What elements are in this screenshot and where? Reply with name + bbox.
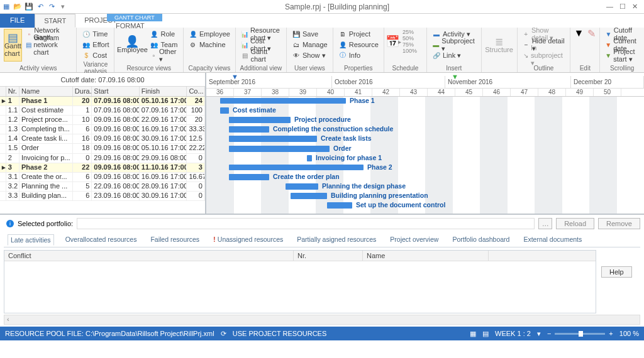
subtab[interactable]: ! Unassigned resources [211,234,286,246]
subtab[interactable]: Overallocated resources [63,234,140,246]
activity-icon: ▬ [432,30,441,38]
cap-machine-button[interactable]: ⚙Machine [187,40,231,50]
gantt-bar-label: Invoicing for phase 1 [316,154,382,161]
open-icon[interactable]: 📂 [13,2,23,12]
save-icon[interactable]: 💾 [24,2,34,12]
remove-button[interactable]: Remove [598,218,640,229]
table-row[interactable]: 1.1Cost estimate107.09.16 08:0007.09.16 … [0,106,205,116]
redo-icon[interactable]: ↷ [47,2,57,12]
reload-button[interactable]: Reload [556,218,594,229]
table-row[interactable]: 3.3Building plan...623.09.16 08:0030.09.… [0,192,205,201]
emp-icon: 👤 [189,30,197,38]
portfolio-label: Selected portfolio: [18,220,73,227]
resource-button[interactable]: 👤Resource [337,40,380,50]
show-detail-button[interactable]: +Show detail ▾ [521,29,567,39]
gantt-bar[interactable] [291,193,327,199]
gantt-bar-label: Completing the construction schedule [273,125,393,133]
view-icon-1[interactable]: ▦ [470,330,476,338]
in-subproject-button[interactable]: ↘In subproject ▾ [521,50,567,60]
save-view-button[interactable]: 💾Save [291,29,329,39]
window-title: Sample.rpj - [Building planning] [68,3,606,11]
link-button[interactable]: 🔗Link ▾ [431,50,477,60]
gantt-body[interactable]: Phase 1Cost estimateProject procedureCom… [206,97,644,214]
zoom-slider[interactable]: −+ [547,330,613,337]
lower-scrollbar[interactable]: ‹ [4,315,640,325]
subtab[interactable]: Failed resources [148,234,202,246]
table-row[interactable]: 1.3Completing th...609.09.16 08:0016.09.… [0,125,205,134]
gantt-bar[interactable] [327,202,352,209]
group-schedule: 📅 ▸ 25% 50% 75% 100% Schedule [384,28,427,72]
subtab[interactable]: Late activities [8,234,54,246]
table-body: ▸1Phase 12007.09.16 08:0005.10.16 17:002… [0,97,205,214]
employee-big-button[interactable]: 👤 Employee [118,29,146,62]
undo-icon[interactable]: ↶ [35,2,45,12]
close-button[interactable]: ✕ [632,3,638,11]
subtab[interactable]: External documents [521,234,584,246]
help-button[interactable]: Help [601,266,632,278]
project-start-button[interactable]: ▼Project start ▾ [604,50,640,60]
table-row[interactable]: 3.1Create the or...609.09.16 08:0016.09.… [0,173,205,182]
gantt-bar[interactable] [220,107,229,114]
proj-icon: 🗎 [338,30,347,38]
gantt-bar[interactable] [229,165,364,170]
portfolio-browse-button[interactable]: … [538,218,552,229]
gantt-bar[interactable] [229,117,291,123]
status-bar: RESOURCE POOL FILE: C:\ProgramData\Rills… [0,327,644,340]
group-insert: ▬Activity ▾ ▬Subproject ▾ 🔗Link ▾ Insert [427,28,482,72]
gantt-network-button[interactable]: ▤Gantt-network chart [25,40,72,50]
filter-icon[interactable]: ▼ [574,29,583,38]
other-button[interactable]: ▫Other ▾ [148,50,179,60]
main-split: Cutoff date: 07.09.16 08:00 Nr. Name Dur… [0,73,644,214]
gantt-chart-button[interactable]: ▤ Gantt chart [4,29,22,62]
manage-button[interactable]: 🗂Manage [291,40,329,50]
structure-button[interactable]: ≣ Structure [486,29,513,62]
portfolio-input[interactable] [77,218,535,229]
minimize-button[interactable]: — [606,3,613,11]
gantt-bar[interactable] [307,155,312,161]
tab-format[interactable]: FORMAT [107,21,153,32]
gantt-bar[interactable] [229,146,330,152]
status-week: WEEK 1 : 2 [495,330,531,337]
subtab[interactable]: Project overview [387,234,441,246]
table-row[interactable]: 1.2Project proce...1009.09.16 08:0022.09… [0,116,205,125]
gantt-bar[interactable] [220,98,346,104]
subproject-button[interactable]: ▬Subproject ▾ [431,40,477,50]
show-button[interactable]: 👁Show ▾ [291,50,329,60]
info-button[interactable]: ⓘInfo [337,50,380,60]
view-icon-2[interactable]: ▤ [482,330,489,338]
table-row[interactable]: ▸3Phase 22209.09.16 08:0011.10.16 17:003 [0,163,205,173]
tab-start[interactable]: START [35,14,75,28]
role-button[interactable]: 👤Role [148,29,179,39]
cost-button[interactable]: $Cost [80,50,110,60]
table-row[interactable]: 1.4Create task li...1609.09.16 08:0030.0… [0,134,205,144]
maximize-button[interactable]: ☐ [619,3,626,11]
table-row[interactable]: 3.2Planning the ...522.09.16 08:0028.09.… [0,182,205,192]
timeline: ▼ ▼ September 2016October 2016November 2… [206,73,644,97]
collapse-icon[interactable]: ▾ [537,330,541,338]
gantt-bar[interactable] [286,183,318,190]
gantt-bar[interactable] [229,126,269,133]
subtab[interactable]: Portfolio dashboard [450,234,512,246]
tab-file[interactable]: FILE [0,14,35,28]
table-row[interactable]: 2Invoicing for p...029.09.16 08:0029.09.… [0,154,205,163]
time-button[interactable]: 🕓Time [80,29,110,39]
ganttchart-button[interactable]: ▤Gantt chart [240,50,282,60]
qat-dropdown-icon[interactable]: ▾ [58,2,68,12]
cap-employee-button[interactable]: 👤Employee [187,29,231,39]
info-badge-icon: i [6,220,14,227]
title-bar: ▦ 📂 💾 ↶ ↷ ▾ Sample.rpj - [Building plann… [0,0,644,14]
gantt-bar-label: Phase 1 [350,97,375,104]
gantt-bar[interactable] [229,136,317,142]
refresh-icon[interactable]: ⟳ [221,330,226,338]
effort-button[interactable]: 👥Effort [80,40,110,50]
table-row[interactable]: 1.5Order1809.09.16 08:0005.10.16 17:0022… [0,144,205,153]
project-button[interactable]: 🗎Project [337,29,380,39]
erase-icon[interactable]: ✎ [587,29,596,38]
group-variance: 🕓Time 👥Effort $Cost Variance analysis [77,28,114,72]
window-controls: — ☐ ✕ [606,3,643,11]
table-row[interactable]: ▸1Phase 12007.09.16 08:0005.10.16 17:002… [0,97,205,106]
subtab[interactable]: Partially asigned resources [294,234,379,246]
gantt-bar[interactable] [229,174,269,180]
status-pool: RESOURCE POOL FILE: C:\ProgramData\Rills… [5,330,214,337]
team-icon: 👥 [150,40,158,49]
